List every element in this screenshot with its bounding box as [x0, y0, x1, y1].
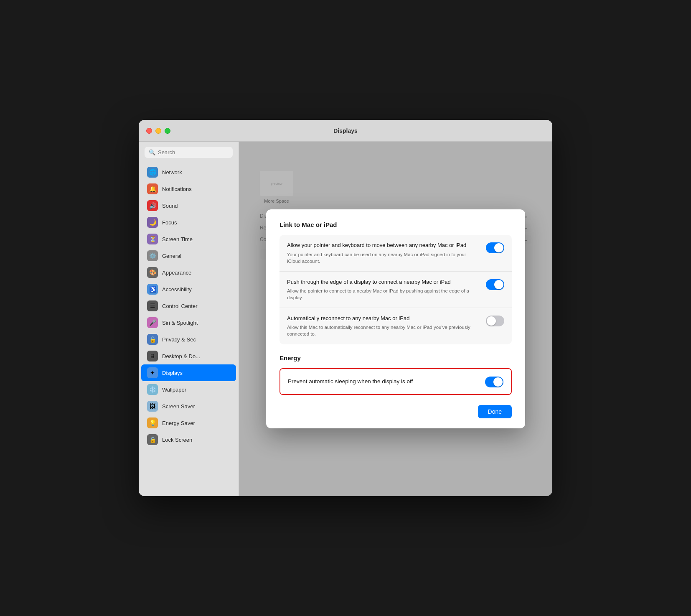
control-center-icon: ☰ — [147, 300, 158, 311]
sidebar-item-screen-saver[interactable]: 🖼Screen Saver — [141, 398, 236, 415]
toggle-knob-push — [494, 280, 503, 289]
sidebar-item-notifications[interactable]: 🔔Notifications — [141, 181, 236, 197]
sidebar-item-energy-saver[interactable]: 💡Energy Saver — [141, 415, 236, 431]
sidebar-item-label-general: General — [162, 253, 181, 259]
sidebar-item-label-accessibility: Accessibility — [162, 286, 192, 293]
desktop-icon: 🖥 — [147, 351, 158, 361]
row-push-title: Push through the edge of a display to co… — [287, 278, 478, 286]
titlebar: Displays — [139, 120, 552, 142]
sidebar: 🔍 🌐Network🔔Notifications🔊Sound🌙Focus⏳Scr… — [139, 142, 239, 496]
toggle-reconnect[interactable] — [486, 316, 504, 326]
sidebar-item-sound[interactable]: 🔊Sound — [141, 197, 236, 214]
sidebar-item-siri-spotlight[interactable]: 🎤Siri & Spotlight — [141, 314, 236, 331]
sidebar-item-accessibility[interactable]: ♿Accessibility — [141, 281, 236, 298]
toggle-knob-pointer — [494, 243, 503, 252]
row-reconnect-title: Automatically reconnect to any nearby Ma… — [287, 315, 478, 322]
sidebar-item-general[interactable]: ⚙️General — [141, 247, 236, 264]
sidebar-item-label-sound: Sound — [162, 203, 178, 209]
energy-saver-icon: 💡 — [147, 417, 158, 428]
focus-icon: 🌙 — [147, 217, 158, 228]
row-push-desc: Allow the pointer to connect to a nearby… — [287, 288, 478, 301]
sidebar-item-label-notifications: Notifications — [162, 186, 192, 192]
siri-spotlight-icon: 🎤 — [147, 317, 158, 328]
sidebar-item-label-privacy: Privacy & Sec — [162, 336, 196, 343]
lock-screen-icon: 🔒 — [147, 434, 158, 445]
privacy-icon: 🔒 — [147, 334, 158, 345]
maximize-button[interactable] — [165, 128, 170, 134]
toggle-knob-reconnect — [487, 316, 496, 326]
sidebar-item-label-screen-time: Screen Time — [162, 236, 193, 242]
modal-overlay: Link to Mac or iPad Allow your pointer a… — [239, 142, 552, 496]
general-icon: ⚙️ — [147, 250, 158, 261]
close-button[interactable] — [146, 128, 152, 134]
sidebar-item-privacy[interactable]: 🔒Privacy & Sec — [141, 331, 236, 348]
sidebar-item-label-siri-spotlight: Siri & Spotlight — [162, 320, 198, 326]
settings-row-reconnect: Automatically reconnect to any nearby Ma… — [279, 308, 512, 344]
sidebar-item-label-focus: Focus — [162, 219, 177, 226]
energy-highlighted-row: Prevent automatic sleeping when the disp… — [279, 368, 512, 395]
displays-icon: ✦ — [147, 367, 158, 378]
sidebar-item-label-screen-saver: Screen Saver — [162, 403, 195, 410]
sidebar-item-label-appearance: Appearance — [162, 270, 191, 276]
sidebar-item-desktop[interactable]: 🖥Desktop & Do... — [141, 348, 236, 364]
sidebar-item-label-displays: Displays — [162, 370, 183, 376]
accessibility-icon: ♿ — [147, 284, 158, 295]
done-button[interactable]: Done — [478, 405, 512, 418]
sidebar-item-wallpaper[interactable]: ❄️Wallpaper — [141, 381, 236, 398]
search-bar[interactable]: 🔍 — [145, 147, 233, 158]
sidebar-item-appearance[interactable]: 🎨Appearance — [141, 264, 236, 281]
toggle-push[interactable] — [486, 279, 504, 290]
toggle-energy[interactable] — [485, 377, 503, 387]
content-area: preview More Space Display ELL U2720Q ⌄ — [239, 142, 552, 496]
main-window: Displays 🔍 🌐Network🔔Notifications🔊Sound🌙… — [139, 120, 552, 496]
notifications-icon: 🔔 — [147, 183, 158, 194]
settings-row-push: Push through the edge of a display to co… — [279, 272, 512, 308]
toggle-pointer[interactable] — [486, 242, 504, 253]
appearance-icon: 🎨 — [147, 267, 158, 278]
sidebar-item-network[interactable]: 🌐Network — [141, 164, 236, 181]
search-icon: 🔍 — [149, 149, 155, 155]
sidebar-items-list: 🌐Network🔔Notifications🔊Sound🌙Focus⏳Scree… — [139, 164, 239, 448]
sidebar-item-label-lock-screen: Lock Screen — [162, 437, 192, 443]
network-icon: 🌐 — [147, 167, 158, 178]
window-title: Displays — [333, 127, 358, 134]
main-content: 🔍 🌐Network🔔Notifications🔊Sound🌙Focus⏳Scr… — [139, 142, 552, 496]
sidebar-item-label-wallpaper: Wallpaper — [162, 387, 186, 393]
wallpaper-icon: ❄️ — [147, 384, 158, 395]
link-settings-group: Allow your pointer and keyboard to move … — [279, 235, 512, 344]
modal-dialog: Link to Mac or iPad Allow your pointer a… — [266, 209, 525, 428]
sidebar-item-focus[interactable]: 🌙Focus — [141, 214, 236, 231]
toggle-knob-energy — [493, 377, 503, 387]
sidebar-item-label-energy-saver: Energy Saver — [162, 420, 195, 426]
sidebar-item-label-control-center: Control Center — [162, 303, 198, 309]
link-section-title: Link to Mac or iPad — [279, 221, 512, 228]
sidebar-item-screen-time[interactable]: ⏳Screen Time — [141, 231, 236, 247]
energy-row-title: Prevent automatic sleeping when the disp… — [288, 378, 413, 384]
sidebar-item-label-desktop: Desktop & Do... — [162, 353, 200, 359]
sidebar-item-control-center[interactable]: ☰Control Center — [141, 298, 236, 314]
traffic-lights — [146, 128, 170, 134]
search-input[interactable] — [158, 149, 229, 155]
row-push-text: Push through the edge of a display to co… — [287, 278, 486, 301]
row-reconnect-text: Automatically reconnect to any nearby Ma… — [287, 315, 486, 337]
settings-row-pointer: Allow your pointer and keyboard to move … — [279, 235, 512, 271]
energy-section-title: Energy — [279, 354, 512, 361]
row-pointer-desc: Your pointer and keyboard can be used on… — [287, 251, 478, 265]
sidebar-item-label-network: Network — [162, 169, 182, 176]
row-pointer-text: Allow your pointer and keyboard to move … — [287, 242, 486, 264]
sound-icon: 🔊 — [147, 200, 158, 211]
sidebar-item-lock-screen[interactable]: 🔒Lock Screen — [141, 431, 236, 448]
row-reconnect-desc: Allow this Mac to automatically reconnec… — [287, 324, 478, 337]
sidebar-item-displays[interactable]: ✦Displays — [141, 364, 236, 381]
row-pointer-title: Allow your pointer and keyboard to move … — [287, 242, 478, 249]
energy-settings-row: Prevent automatic sleeping when the disp… — [280, 369, 511, 394]
done-button-row: Done — [279, 405, 512, 418]
screen-saver-icon: 🖼 — [147, 401, 158, 412]
screen-time-icon: ⏳ — [147, 234, 158, 244]
minimize-button[interactable] — [155, 128, 161, 134]
